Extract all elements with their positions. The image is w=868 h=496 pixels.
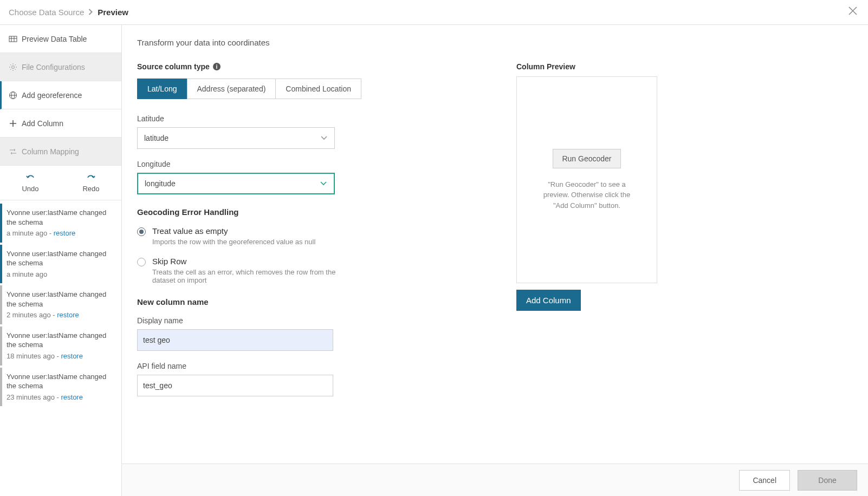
history-restore-link[interactable]: restore	[57, 311, 79, 319]
table-icon	[9, 35, 17, 43]
latitude-label: Latitude	[137, 114, 484, 123]
radio-help: Imports the row with the georeferenced v…	[152, 238, 315, 246]
undo-label: Undo	[22, 185, 38, 193]
tab-lat-long[interactable]: Lat/Long	[137, 79, 187, 99]
history-restore-link[interactable]: restore	[54, 229, 75, 237]
longitude-label: Longitude	[137, 160, 484, 168]
gear-icon	[9, 63, 17, 71]
tab-combined-location[interactable]: Combined Location	[275, 79, 361, 99]
history-text: Yvonne user:lastName changed the schema	[7, 372, 115, 391]
breadcrumb: Choose Data Source Preview	[9, 8, 128, 17]
undo-button[interactable]: Undo	[0, 166, 61, 200]
swap-icon	[9, 147, 17, 156]
chevron-down-icon	[320, 134, 328, 142]
sidebar-item-preview-data-table[interactable]: Preview Data Table	[0, 25, 121, 53]
history-list: Yvonne user:lastName changed the schema …	[0, 200, 121, 412]
radio-label: Skip Row	[152, 257, 336, 266]
radio-skip-row[interactable]: Skip Row Treats the cell as an error, wh…	[137, 257, 484, 284]
close-button[interactable]	[847, 5, 860, 18]
latitude-select[interactable]: latitude	[137, 127, 335, 149]
redo-label: Redo	[82, 185, 99, 193]
sidebar-item-add-georeference[interactable]: Add georeference	[0, 81, 121, 109]
history-text: Yvonne user:lastName changed the schema	[7, 331, 115, 350]
sidebar-item-label: File Configurations	[22, 63, 85, 71]
undo-redo-bar: Undo Redo	[0, 166, 121, 200]
breadcrumb-preview: Preview	[98, 8, 128, 17]
history-item: Yvonne user:lastName changed the schema …	[0, 245, 121, 284]
add-column-button[interactable]: Add Column	[516, 290, 581, 311]
history-item: Yvonne user:lastName changed the schema …	[0, 368, 121, 407]
api-field-name-input[interactable]	[137, 375, 333, 396]
latitude-value: latitude	[144, 134, 169, 142]
tab-address-separated[interactable]: Address (separated)	[187, 79, 276, 99]
cancel-button[interactable]: Cancel	[739, 470, 790, 491]
page-subtitle: Transform your data into coordinates	[137, 38, 853, 47]
sidebar-item-label: Preview Data Table	[22, 35, 87, 43]
sidebar-item-add-column[interactable]: Add Column	[0, 109, 121, 138]
plus-icon	[9, 119, 17, 128]
chevron-right-icon	[88, 8, 93, 17]
history-item: Yvonne user:lastName changed the schema …	[0, 285, 121, 324]
radio-label: Treat value as empty	[152, 226, 315, 236]
new-column-name-label: New column name	[137, 297, 484, 306]
sidebar-item-label: Add georeference	[22, 91, 82, 100]
header: Choose Data Source Preview	[0, 0, 868, 25]
done-button[interactable]: Done	[798, 470, 857, 491]
history-item: Yvonne user:lastName changed the schema …	[0, 204, 121, 243]
run-geocoder-button[interactable]: Run Geocoder	[553, 149, 620, 168]
sidebar: Preview Data Table File Configurations A…	[0, 25, 122, 496]
display-name-input[interactable]	[137, 329, 333, 351]
column-preview-box: Run Geocoder "Run Geocoder" to see a pre…	[516, 76, 657, 283]
svg-rect-0	[9, 36, 17, 42]
api-field-name-label: API field name	[137, 362, 484, 370]
display-name-label: Display name	[137, 316, 484, 325]
radio-treat-empty[interactable]: Treat value as empty Imports the row wit…	[137, 226, 484, 246]
info-icon[interactable]: i	[213, 63, 221, 70]
globe-icon	[9, 91, 17, 100]
history-text: Yvonne user:lastName changed the schema	[7, 290, 115, 309]
history-restore-link[interactable]: restore	[61, 352, 82, 360]
footer: Cancel Done	[122, 464, 868, 496]
redo-button[interactable]: Redo	[61, 166, 121, 200]
source-column-type-label: Source column type i	[137, 62, 484, 71]
breadcrumb-choose-data-source[interactable]: Choose Data Source	[9, 8, 84, 17]
history-time: a minute ago	[7, 229, 47, 237]
radio-help: Treats the cell as an error, which remov…	[152, 268, 336, 284]
column-preview-label: Column Preview	[516, 62, 657, 71]
source-type-tabs: Lat/Long Address (separated) Combined Lo…	[137, 79, 484, 99]
radio-icon[interactable]	[137, 227, 146, 236]
main-panel: Transform your data into coordinates Sou…	[122, 25, 868, 496]
history-text: Yvonne user:lastName changed the schema	[7, 249, 115, 268]
sidebar-item-label: Add Column	[22, 119, 63, 128]
geocoding-error-handling-label: Geocoding Error Handling	[137, 207, 484, 217]
history-restore-link[interactable]: restore	[61, 393, 82, 401]
history-time: 23 minutes ago	[7, 393, 55, 401]
history-time: 18 minutes ago	[7, 352, 55, 360]
svg-point-4	[12, 66, 15, 68]
sidebar-item-label: Column Mapping	[22, 147, 79, 156]
undo-icon	[25, 173, 35, 182]
chevron-down-icon	[320, 179, 327, 188]
longitude-select[interactable]: longitude	[137, 173, 335, 194]
radio-icon[interactable]	[137, 258, 146, 266]
sidebar-item-file-configurations[interactable]: File Configurations	[0, 53, 121, 81]
redo-icon	[86, 173, 96, 182]
history-text: Yvonne user:lastName changed the schema	[7, 208, 115, 227]
history-time: a minute ago	[7, 270, 47, 278]
longitude-value: longitude	[145, 179, 176, 188]
sidebar-item-column-mapping[interactable]: Column Mapping	[0, 138, 121, 166]
preview-help-text: "Run Geocoder" to see a preview. Otherwi…	[538, 179, 636, 211]
history-item: Yvonne user:lastName changed the schema …	[0, 327, 121, 366]
history-time: 2 minutes ago	[7, 311, 51, 319]
